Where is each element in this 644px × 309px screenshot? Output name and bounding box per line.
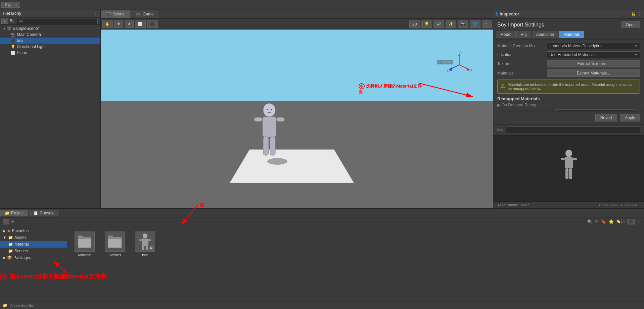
hierarchy-search-icon: 🔍 [9, 19, 14, 23]
game-tab-label: Game [143, 12, 154, 16]
dropdown-arrow-1: ▼ [634, 44, 638, 48]
location-value-dropdown[interactable]: Use Embedded Materials ▼ [547, 51, 640, 58]
assets-label: Assets [14, 235, 27, 240]
project-icon: 📁 [5, 211, 10, 215]
svg-rect-31 [142, 246, 144, 250]
warning-text: Materials are embedded inside the import… [508, 83, 637, 91]
hierarchy-search-input[interactable] [17, 18, 98, 24]
hierarchy-scene-item[interactable]: ▼ 🎬 SampleScene* [0, 25, 100, 32]
move-tool-btn[interactable]: ✥ [114, 20, 123, 28]
svg-rect-22 [573, 158, 577, 160]
annotation-1-area [0, 268, 67, 270]
camera-toggle-btn[interactable]: 📷 [458, 20, 468, 28]
on-demand-remap[interactable]: ▶ On Demand Remap [497, 103, 640, 107]
svg-rect-10 [263, 117, 276, 137]
svg-point-15 [267, 109, 268, 110]
model-name-input[interactable] [506, 126, 640, 133]
rotate-tool-btn[interactable]: ↺ [125, 20, 134, 28]
favorites-arrow: ▶ [3, 228, 6, 233]
svg-rect-20 [565, 157, 573, 168]
tab-model[interactable]: Model [496, 31, 516, 38]
console-tab-label: Console [40, 211, 54, 215]
open-button[interactable]: Open [622, 21, 640, 28]
bookmark-icon[interactable]: 🔖 [601, 219, 606, 224]
tree-item-favorites[interactable]: ▶ ★ Favorites [0, 227, 67, 234]
bottom-toolbar-left: + ★ [3, 219, 14, 224]
hierarchy-item-plane[interactable]: ⬜ Plane [0, 50, 100, 56]
camera-icon: 📷 [11, 33, 15, 37]
hierarchy-item-dirlight[interactable]: 💡 Directional Light [0, 44, 100, 50]
asset-scenes-folder[interactable]: Scenes [101, 230, 128, 258]
search-icon-bottom: 🔍 [587, 219, 592, 224]
tree-item-scenes[interactable]: 📁 Scenes [0, 248, 67, 254]
material-creation-mode-value[interactable]: Import via MaterialDescription ▼ [547, 43, 640, 49]
add-asset-btn[interactable]: + [3, 219, 9, 224]
light-icon: 💡 [11, 45, 15, 49]
dirlight-label: Directional Light [17, 44, 46, 49]
material-folder-asset-icon [75, 231, 95, 252]
svg-rect-13 [263, 137, 269, 155]
hand-tool-btn[interactable]: ✋ [102, 20, 113, 28]
boy-label: boy [17, 38, 23, 43]
svg-rect-24 [569, 168, 572, 179]
warning-box: ⚠ Materials are embedded inside the impo… [497, 80, 640, 94]
boy-model-label: boy [142, 253, 148, 257]
star-icon-right[interactable]: ⭐ [608, 219, 614, 224]
2d-toggle-btn[interactable]: 2D [409, 20, 420, 28]
scale-tool-btn[interactable]: ⬜ [135, 20, 146, 28]
revert-button[interactable]: Revert [595, 114, 617, 121]
tab-animation[interactable]: Animation [532, 31, 558, 38]
tab-rig[interactable]: Rig [516, 31, 531, 38]
import-settings-title-row: Boy Import Settings Open [493, 19, 644, 30]
collapse-btn[interactable]: ⬛ [627, 219, 635, 224]
project-tab[interactable]: 📁 Project [0, 210, 29, 216]
settings-btn[interactable]: ⋯ [482, 20, 492, 28]
packages-label: Packages [13, 255, 31, 260]
gizmo-toggle-btn[interactable]: 🌐 [470, 20, 480, 28]
hierarchy-menu-icon[interactable]: ⋮ [94, 11, 98, 16]
scene-viewport[interactable]: < Persp Y X Z [101, 30, 493, 208]
svg-line-26 [53, 261, 67, 276]
svg-rect-23 [565, 168, 568, 179]
extract-materials-btn[interactable]: Extract Materials... [547, 69, 640, 77]
tree-item-assets[interactable]: ▼ 📁 Assets [0, 234, 67, 241]
svg-rect-30 [148, 239, 151, 241]
csdn-watermark: CSDN @qq_49149394... [599, 203, 640, 207]
extract-textures-btn[interactable]: Extract Textures... [547, 60, 640, 67]
signin-button[interactable]: Sign In [1, 2, 20, 8]
location-row: Location Use Embedded Materials ▼ [497, 51, 640, 58]
character-3d-placeholder [249, 100, 289, 168]
game-tab[interactable]: 🎮 Game [130, 10, 159, 18]
rect-tool-btn[interactable]: ⬛ [147, 20, 158, 28]
project-tab-label: Project [11, 211, 24, 215]
add-hierarchy-btn[interactable]: + [1, 18, 8, 24]
eye-icon[interactable]: 👁 [594, 219, 599, 224]
scene-tab-icon: 🎬 [106, 12, 111, 16]
asset-boy-model[interactable]: ▶ boy [132, 230, 158, 258]
audio-toggle-btn[interactable]: 🔊 [433, 20, 444, 28]
scene-toolbar: ✋ ✥ ↺ ⬜ ⬛ 2D 💡 🔊 ✨ 📷 🌐 ⋯ [101, 19, 493, 30]
material-folder-icon: 📁 [8, 242, 13, 247]
lock-icon[interactable]: 🔓 [631, 12, 636, 16]
settings-btn-bottom[interactable]: ⋮ [637, 219, 641, 224]
tab-materials[interactable]: Materials [559, 31, 584, 38]
inspector-header-icons: 🔓 ⋮ [631, 12, 641, 16]
bottom-toolbar: + ★ 🔍 👁 🔖 ⭐ 🏷️14 ⬛ ⋮ [0, 217, 644, 226]
inspector-content: Material Creation Mo... Import via Mater… [493, 40, 644, 111]
asset-material-folder[interactable]: Material [71, 230, 98, 258]
hierarchy-toolbar: + 🔍 [0, 17, 100, 25]
tree-item-material[interactable]: 📁 Material [0, 241, 67, 248]
hierarchy-item-boy[interactable]: ⬛ boy [0, 38, 100, 44]
scene-tab[interactable]: 🎬 Scene [101, 10, 130, 18]
assets-folder-icon: 📁 [8, 235, 13, 240]
apply-button[interactable]: Apply [620, 114, 640, 121]
remapped-materials-title: Remapped Materials [497, 96, 640, 101]
inspector-title-label: Inspector [500, 11, 519, 16]
svg-rect-29 [139, 239, 142, 241]
inspector-model-name-row: boy [493, 124, 644, 135]
fx-toggle-btn[interactable]: ✨ [446, 20, 456, 28]
light-toggle-btn[interactable]: 💡 [421, 20, 432, 28]
hierarchy-item-maincamera[interactable]: 📷 Main Camera [0, 32, 100, 38]
inspector-menu-icon[interactable]: ⋮ [637, 12, 641, 16]
console-tab[interactable]: 📋 Console [29, 210, 59, 216]
